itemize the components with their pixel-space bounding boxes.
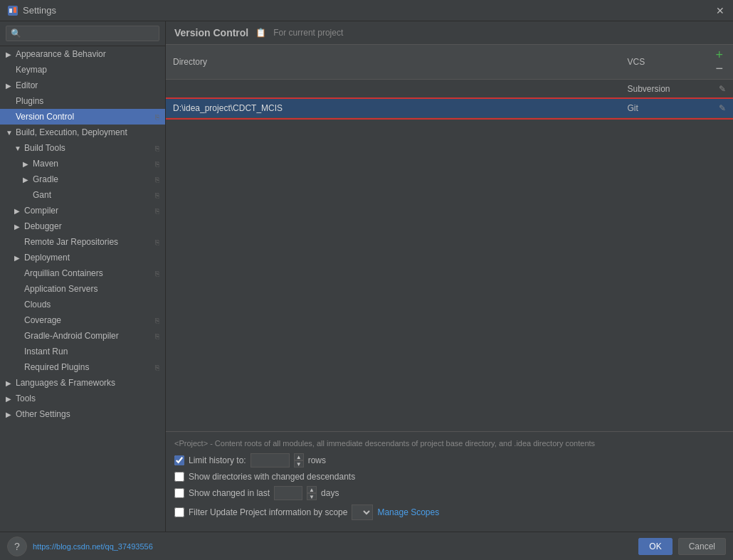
sidebar-item-label: Plugins: [16, 96, 159, 106]
footer-link[interactable]: https://blog.csdn.net/qq_37493556: [33, 542, 153, 551]
scope-dropdown[interactable]: [352, 504, 373, 520]
remove-vcs-button[interactable]: −: [712, 62, 726, 75]
sidebar-item-keymap[interactable]: Keymap: [0, 62, 165, 78]
app-icon: [7, 5, 19, 16]
copy-icon: ⎘: [155, 207, 159, 215]
add-col-header: + −: [705, 45, 733, 80]
edit-cell[interactable]: ✎: [705, 80, 733, 99]
content-title: Version Control: [174, 27, 248, 38]
project-icon: 📋: [255, 28, 266, 38]
filter-row: Filter Update Project information by sco…: [174, 504, 724, 520]
vcs-table: Directory VCS + − Subversion ✎ D:\idea_p: [166, 45, 733, 118]
search-box: [0, 21, 165, 46]
sidebar-item-label: Coverage: [24, 315, 152, 325]
sidebar-item-remote-jar[interactable]: Remote Jar Repositories⎘: [0, 234, 165, 250]
table-with-actions: Directory VCS + − Subversion ✎ D:\idea_p: [166, 45, 733, 118]
sidebar-item-label: Deployment: [24, 253, 159, 263]
edit-cell[interactable]: ✎: [705, 99, 733, 118]
cancel-button[interactable]: Cancel: [678, 538, 726, 555]
footer-bar: ? https://blog.csdn.net/qq_37493556 OK C…: [0, 532, 733, 560]
arrow-icon: ▶: [6, 395, 13, 403]
copy-icon: ⎘: [155, 317, 159, 324]
sidebar-item-coverage[interactable]: Coverage⎘: [0, 312, 165, 328]
show-changed-down[interactable]: ▼: [307, 493, 317, 500]
show-changed-row: Show changed in last 31 ▲ ▼ days: [174, 486, 724, 500]
arrow-icon: ▶: [23, 160, 30, 168]
copy-icon: ⎘: [155, 191, 159, 199]
sidebar-item-label: Application Servers: [24, 284, 159, 294]
copy-icon: ⎘: [155, 364, 159, 371]
sidebar-item-plugins[interactable]: Plugins: [0, 93, 165, 109]
sidebar-item-label: Remote Jar Repositories: [24, 237, 152, 247]
col-directory: Directory: [166, 45, 620, 80]
vcs-cell: Git: [620, 99, 705, 118]
arrow-icon: ▶: [6, 411, 13, 418]
manage-scopes-link[interactable]: Manage Scopes: [377, 507, 439, 517]
table-row[interactable]: Subversion ✎: [166, 80, 733, 99]
show-dirs-label: Show directories with changed descendant…: [189, 472, 355, 482]
sidebar-item-required-plugins[interactable]: Required Plugins⎘: [0, 359, 165, 375]
add-vcs-button[interactable]: +: [712, 48, 726, 61]
sidebar-item-label: Clouds: [24, 300, 159, 310]
sidebar: ▶Appearance & BehaviorKeymap▶EditorPlugi…: [0, 21, 166, 532]
content-subtitle: For current project: [273, 28, 343, 38]
svg-rect-1: [9, 9, 12, 13]
sidebar-item-appearance[interactable]: ▶Appearance & Behavior: [0, 46, 165, 62]
show-changed-spinner: ▲ ▼: [307, 486, 317, 500]
sidebar-item-gant[interactable]: Gant⎘: [0, 187, 165, 203]
sidebar-item-arquillian[interactable]: Arquillian Containers⎘: [0, 265, 165, 281]
table-wrap: Directory VCS + − Subversion ✎ D:\idea_p: [166, 45, 733, 118]
sidebar-item-instant-run[interactable]: Instant Run: [0, 344, 165, 359]
title-bar: Settings ✕: [0, 0, 733, 21]
sidebar-item-label: Gant: [33, 190, 152, 200]
show-changed-checkbox[interactable]: [174, 488, 184, 498]
search-input[interactable]: [6, 26, 159, 41]
sidebar-item-clouds[interactable]: Clouds: [0, 297, 165, 312]
limit-history-spinner: ▲ ▼: [294, 453, 304, 467]
copy-icon: ⎘: [155, 238, 159, 246]
show-dirs-checkbox[interactable]: [174, 472, 184, 482]
copy-icon: ⎘: [155, 160, 159, 168]
sidebar-item-editor[interactable]: ▶Editor: [0, 78, 165, 93]
copy-icon: ⎘: [155, 113, 159, 121]
sidebar-item-label: Languages & Frameworks: [16, 378, 159, 388]
arrow-icon: ▶: [14, 254, 21, 262]
copy-icon: ⎘: [155, 332, 159, 340]
sidebar-item-gradle-android[interactable]: Gradle-Android Compiler⎘: [0, 328, 165, 344]
close-button[interactable]: ✕: [713, 4, 727, 18]
sidebar-item-build-exec[interactable]: ▼Build, Execution, Deployment: [0, 125, 165, 140]
table-area: Directory VCS + − Subversion ✎ D:\idea_p: [166, 45, 733, 431]
content-header: Version Control 📋 For current project: [166, 21, 733, 45]
show-changed-up[interactable]: ▲: [307, 486, 317, 493]
sidebar-item-deployment[interactable]: ▶Deployment: [0, 250, 165, 265]
copy-icon: ⎘: [155, 176, 159, 184]
show-changed-input[interactable]: 31: [274, 486, 302, 500]
sidebar-item-languages[interactable]: ▶Languages & Frameworks: [0, 375, 165, 391]
sidebar-item-label: Arquillian Containers: [24, 268, 152, 278]
sidebar-item-label: Gradle-Android Compiler: [24, 331, 152, 341]
help-button[interactable]: ?: [7, 537, 27, 556]
arrow-icon: ▶: [23, 176, 30, 184]
limit-history-up[interactable]: ▲: [294, 453, 304, 460]
arrow-icon: ▶: [6, 51, 13, 58]
sidebar-item-compiler[interactable]: ▶Compiler⎘: [0, 203, 165, 218]
limit-history-row: Limit history to: 1,000 ▲ ▼ rows: [174, 453, 724, 467]
sidebar-item-gradle[interactable]: ▶Gradle⎘: [0, 171, 165, 187]
ok-button[interactable]: OK: [638, 538, 672, 555]
limit-history-checkbox[interactable]: [174, 455, 184, 465]
sidebar-item-tools[interactable]: ▶Tools: [0, 391, 165, 406]
sidebar-item-label: Maven: [33, 159, 152, 169]
main-container: ▶Appearance & BehaviorKeymap▶EditorPlugi…: [0, 21, 733, 532]
vcs-cell: Subversion: [620, 80, 705, 99]
limit-history-down[interactable]: ▼: [294, 460, 304, 467]
sidebar-item-debugger[interactable]: ▶Debugger: [0, 218, 165, 234]
table-row[interactable]: D:\idea_project\CDCT_MCIS Git ✎: [166, 99, 733, 118]
col-vcs: VCS: [620, 45, 705, 80]
limit-history-input[interactable]: 1,000: [251, 453, 290, 467]
filter-checkbox[interactable]: [174, 507, 184, 517]
sidebar-item-version-control[interactable]: Version Control⎘: [0, 109, 165, 125]
sidebar-item-other-settings[interactable]: ▶Other Settings: [0, 406, 165, 422]
sidebar-item-app-servers[interactable]: Application Servers: [0, 281, 165, 297]
sidebar-item-maven[interactable]: ▶Maven⎘: [0, 156, 165, 171]
sidebar-item-build-tools[interactable]: ▼Build Tools⎘: [0, 140, 165, 156]
